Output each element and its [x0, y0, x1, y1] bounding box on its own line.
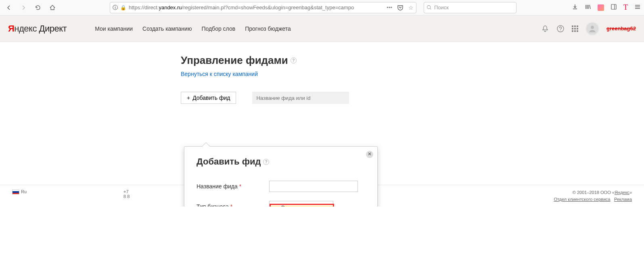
t-extension-icon[interactable]: T — [623, 3, 628, 12]
header-right: greenbag62 — [541, 22, 636, 36]
footer-lang[interactable]: Ru — [12, 189, 27, 202]
bookmark-star-icon[interactable]: ☆ — [408, 4, 414, 11]
nav-create-campaign[interactable]: Создать кампанию — [142, 25, 192, 32]
browser-right-toolbar: T — [572, 3, 641, 12]
main-nav: Мои кампании Создать кампанию Подбор сло… — [95, 25, 291, 32]
popup-title: Добавить фид ? — [184, 147, 377, 174]
info-icon: ⓘ — [113, 4, 118, 11]
help-circle-icon[interactable]: ? — [263, 159, 269, 165]
home-button[interactable] — [47, 2, 58, 13]
address-bar[interactable]: ⓘ 🔒 https://direct.yandex.ru/registered/… — [110, 2, 416, 13]
downloads-icon[interactable] — [572, 4, 578, 12]
business-type-dropdown: Розничная торговля Отели Автомобили Недв… — [270, 204, 334, 207]
browser-toolbar: ⓘ 🔒 https://direct.yandex.ru/registered/… — [0, 0, 644, 15]
svg-point-0 — [427, 6, 431, 9]
close-icon[interactable]: ✕ — [366, 151, 373, 158]
extension-icon[interactable] — [598, 4, 604, 11]
browser-search[interactable]: Поиск — [424, 2, 516, 13]
footer-support-link[interactable]: Отдел клиентского сервиса — [554, 197, 610, 202]
flag-ru-icon — [12, 190, 19, 194]
feed-search-input[interactable] — [252, 92, 349, 104]
footer-yandex-link[interactable]: Яндекс — [615, 190, 629, 195]
add-feed-popup: ✕ Добавить фид ? Название фида * Тип биз… — [184, 146, 378, 207]
nav-my-campaigns[interactable]: Мои кампании — [95, 25, 133, 32]
page-actions-icon[interactable]: ••• — [387, 4, 392, 11]
site-header: Яндекс Директ Мои кампании Создать кампа… — [0, 15, 644, 42]
pocket-icon[interactable] — [397, 4, 404, 11]
footer-right: © 2001–2018 ООО «Яндекс» Отдел клиентско… — [554, 189, 632, 202]
feed-name-input[interactable] — [269, 181, 358, 192]
add-feed-button[interactable]: + Добавить фид — [181, 92, 236, 104]
username[interactable]: greenbag62 — [606, 25, 636, 32]
logo[interactable]: Яндекс Директ — [8, 23, 67, 34]
menu-icon[interactable] — [634, 4, 641, 12]
svg-point-3 — [591, 25, 594, 29]
content: Управление фидами ? Вернуться к списку к… — [68, 42, 576, 104]
svg-rect-1 — [611, 4, 616, 9]
bell-icon[interactable] — [541, 25, 549, 33]
library-icon[interactable] — [585, 4, 591, 12]
page-title: Управление фидами ? — [181, 54, 576, 67]
nav-keyword-tool[interactable]: Подбор слов — [201, 25, 235, 32]
url-text: https://direct.yandex.ru/registered/main… — [129, 4, 354, 11]
avatar[interactable] — [585, 22, 599, 36]
help-circle-icon[interactable]: ? — [291, 57, 297, 63]
lock-icon: 🔒 — [120, 5, 126, 11]
plus-icon: + — [187, 95, 190, 101]
help-icon[interactable] — [556, 25, 565, 33]
forward-button[interactable] — [18, 2, 29, 13]
footer-phones: +7 8 8 — [123, 189, 130, 202]
apps-icon[interactable] — [572, 25, 578, 32]
sidebar-icon[interactable] — [611, 4, 617, 12]
dropdown-option-retail[interactable]: Розничная торговля — [271, 206, 333, 207]
reload-button[interactable] — [32, 2, 44, 13]
footer-ads-link[interactable]: Реклама — [614, 197, 632, 202]
back-to-campaigns-link[interactable]: Вернуться к списку кампаний — [181, 71, 258, 77]
feed-toolbar: + Добавить фид — [181, 92, 576, 104]
nav-budget-forecast[interactable]: Прогноз бюджета — [245, 25, 291, 32]
search-placeholder: Поиск — [434, 4, 449, 11]
field-feed-name: Название фида * — [197, 181, 365, 192]
back-button[interactable] — [3, 2, 15, 13]
